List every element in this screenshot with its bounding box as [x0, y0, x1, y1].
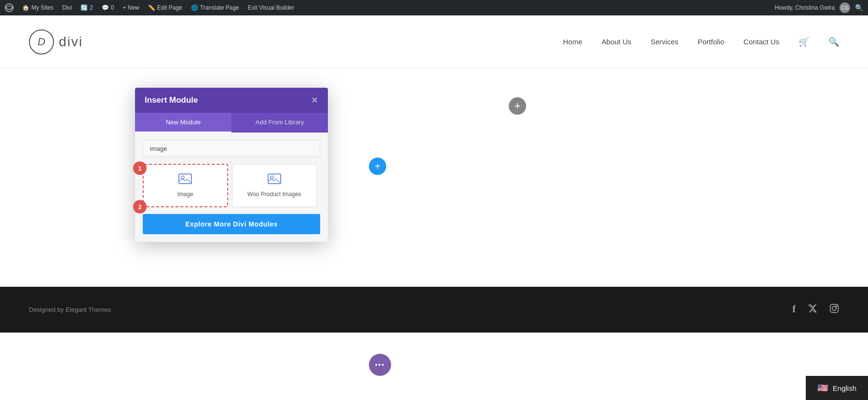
svg-point-5	[181, 176, 184, 179]
explore-modules-btn[interactable]: Explore More Divi Modules	[143, 214, 320, 234]
new-label: + New	[122, 4, 139, 11]
flag-icon: 🇺🇸	[817, 383, 828, 393]
translate-icon: 🌐	[191, 4, 198, 11]
tab-new-module[interactable]: New Module	[135, 113, 231, 133]
insert-module-modal: Insert Module ✕ New Module Add From Libr…	[135, 88, 328, 242]
tab-library-label: Add From Library	[256, 119, 304, 126]
logo-circle: D	[29, 29, 54, 54]
tab-add-library[interactable]: Add From Library	[231, 113, 328, 133]
svg-point-7	[271, 176, 273, 179]
exit-builder-btn[interactable]: Exit Visual Builder	[248, 4, 295, 11]
modal-header: Insert Module ✕	[135, 88, 328, 113]
footer-social: f	[792, 304, 839, 316]
wordpress-icon-btn[interactable]	[5, 3, 14, 12]
my-sites-icon: 🏠	[22, 4, 29, 11]
header-search-icon[interactable]: 🔍	[828, 37, 839, 47]
english-badge[interactable]: 🇺🇸 English	[806, 376, 868, 400]
plus-icon-top: +	[515, 100, 521, 112]
edit-page-btn[interactable]: ✏️ Edit Page	[148, 4, 182, 11]
woo-module-icon	[268, 173, 281, 187]
edit-page-label: Edit Page	[157, 4, 182, 11]
translate-page-btn[interactable]: 🌐 Translate Page	[191, 4, 239, 11]
image-module-icon	[178, 173, 192, 187]
add-btn-top[interactable]: +	[509, 97, 526, 115]
user-greeting: Howdy, Christina Gwira	[775, 4, 835, 11]
modal-title: Insert Module	[145, 95, 198, 105]
translate-label: Translate Page	[200, 4, 239, 11]
svg-point-2	[832, 307, 836, 310]
footer-band: Designed by Elegant Themes f	[0, 287, 868, 333]
woo-module-label: Woo Product Images	[247, 191, 301, 198]
exit-builder-label: Exit Visual Builder	[248, 4, 295, 11]
comments-count: 0	[111, 4, 114, 11]
admin-bar-right: Howdy, Christina Gwira CG 🔍	[775, 2, 863, 13]
svg-rect-6	[268, 174, 281, 184]
divi-label: Divi	[62, 4, 72, 11]
explore-btn-label: Explore More Divi Modules	[185, 220, 277, 228]
add-btn-middle[interactable]: +	[369, 158, 386, 175]
instagram-icon[interactable]	[829, 304, 839, 316]
user-avatar[interactable]: CG	[840, 2, 850, 13]
search-wrapper	[143, 140, 320, 157]
step-1-badge: 1	[133, 161, 147, 175]
english-label: English	[833, 384, 856, 392]
svg-rect-4	[179, 174, 191, 184]
footer-designer-text: Designed by Elegant Themes	[29, 306, 111, 313]
edit-icon: ✏️	[148, 4, 155, 11]
admin-search-icon[interactable]: 🔍	[855, 4, 863, 12]
svg-rect-1	[830, 305, 839, 313]
my-sites-btn[interactable]: 🏠 My Sites	[22, 4, 54, 11]
step-1-label: 1	[138, 165, 141, 172]
updates-btn[interactable]: 🔄 2	[81, 4, 93, 11]
image-module-label: Image	[177, 191, 193, 198]
divi-btn[interactable]: Divi	[62, 4, 72, 11]
new-btn[interactable]: + New	[122, 4, 139, 11]
modal-tabs: New Module Add From Library	[135, 113, 328, 133]
updates-count: 2	[90, 4, 93, 11]
nav-portfolio[interactable]: Portfolio	[698, 38, 724, 46]
comments-btn[interactable]: 💬 0	[102, 4, 114, 11]
facebook-icon[interactable]: f	[792, 304, 796, 316]
nav-home[interactable]: Home	[563, 38, 583, 46]
cart-icon[interactable]: 🛒	[799, 37, 809, 47]
admin-bar: 🏠 My Sites Divi 🔄 2 💬 0 + New ✏️ Edit Pa…	[0, 0, 868, 15]
plus-icon-middle: +	[375, 161, 380, 172]
comments-icon: 💬	[102, 4, 109, 11]
nav-contact[interactable]: Contact Us	[744, 38, 779, 46]
svg-point-0	[5, 4, 14, 12]
modal-close-btn[interactable]: ✕	[311, 96, 318, 105]
my-sites-label: My Sites	[31, 4, 54, 11]
nav-about[interactable]: About Us	[602, 38, 632, 46]
nav-services[interactable]: Services	[651, 38, 678, 46]
module-search-input[interactable]	[143, 140, 320, 157]
site-header: D divi Home About Us Services Portfolio …	[0, 15, 868, 68]
page-content: Designed by Elegant Themes f ← + + ••• 1…	[0, 68, 868, 400]
tab-new-label: New Module	[166, 119, 201, 126]
logo-letter: D	[38, 36, 45, 48]
site-nav: Home About Us Services Portfolio Contact…	[563, 37, 839, 47]
updates-icon: 🔄	[81, 4, 88, 11]
module-grid: Image Woo Product Images	[143, 164, 320, 207]
module-item-image[interactable]: Image	[143, 164, 228, 207]
modal-body: Image Woo Product Images Explore More Di…	[135, 133, 328, 242]
twitter-icon[interactable]	[808, 304, 817, 316]
more-dots-icon: •••	[375, 361, 385, 369]
logo-text: divi	[59, 34, 83, 50]
site-logo[interactable]: D divi	[29, 29, 83, 54]
step-2-label: 2	[138, 203, 141, 211]
module-item-woo[interactable]: Woo Product Images	[232, 164, 317, 207]
step-2-badge: 2	[133, 200, 147, 213]
more-options-btn[interactable]: •••	[369, 354, 391, 376]
svg-point-3	[836, 306, 837, 307]
